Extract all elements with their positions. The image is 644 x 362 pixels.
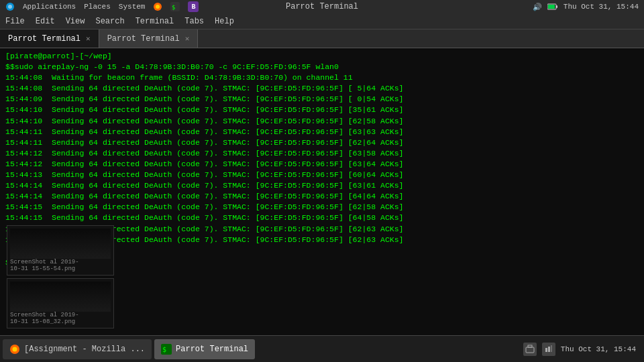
svg-point-3 — [156, 5, 160, 9]
output-line: 15:44:15 Sending 64 directed DeAuth (cod… — [5, 213, 639, 223]
svg-rect-14 — [528, 345, 532, 347]
command-text: $sudo aireplay-ng -0 15 -a D4:78:9B:3D:B… — [10, 62, 339, 71]
taskbar-tray-icon-2[interactable] — [542, 343, 555, 356]
output-line: 15:44:12 Sending 64 directed DeAuth (cod… — [5, 159, 639, 170]
tab-2[interactable]: Parrot Terminal ✕ — [99, 29, 199, 48]
system-menu[interactable]: System — [119, 3, 146, 11]
prompt-path-1: ~/wep — [84, 52, 107, 60]
prompt-bracket-path-close-1: ] — [107, 52, 112, 60]
thumbnail-area: ScreenShot al 2019-10-31 15-55-54.png Sc… — [7, 225, 114, 328]
menu-terminal[interactable]: Terminal — [136, 17, 174, 26]
dollar-sign-1: $ — [5, 62, 10, 71]
taskbar: [Assignment - Mozilla ... $ Parrot Termi… — [0, 335, 644, 362]
volume-icon[interactable]: 🔊 — [533, 3, 542, 11]
taskbar-datetime: Thu Oct 31, 15:44 — [561, 345, 636, 353]
svg-rect-17 — [551, 345, 552, 352]
svg-rect-8 — [548, 5, 555, 9]
applications-menu[interactable]: Applications — [23, 3, 76, 11]
prompt-line-1: [pirate@parrot]-[~/wep] — [5, 51, 639, 62]
menu-edit[interactable]: Edit — [36, 17, 55, 26]
output-line: 15:44:13 Sending 64 directed DeAuth (cod… — [5, 170, 639, 180]
thumbnail-1: ScreenShot al 2019-10-31 15-55-54.png — [7, 225, 114, 276]
top-bar-left: Applications Places System $ B — [5, 1, 199, 12]
terminal-taskbar-icon: $ — [161, 344, 172, 355]
firefox-icon[interactable] — [153, 2, 162, 11]
svg-text:$: $ — [162, 346, 166, 353]
svg-rect-16 — [548, 347, 550, 352]
svg-point-1 — [8, 5, 12, 9]
menu-file[interactable]: File — [5, 17, 25, 26]
taskbar-right: Thu Oct 31, 15:44 — [523, 343, 641, 356]
output-line: 15:44:14 Sending 64 directed DeAuth (cod… — [5, 191, 639, 202]
menu-tabs[interactable]: Tabs — [184, 17, 204, 26]
taskbar-firefox[interactable]: [Assignment - Mozilla ... — [3, 339, 152, 359]
tab-2-label: Parrot Terminal — [107, 34, 180, 44]
output-lines: 15:44:08 Waiting for beacon frame (BSSID… — [5, 72, 639, 245]
taskbar-terminal-label: Parrot Terminal — [176, 345, 248, 354]
taskbar-terminal[interactable]: $ Parrot Terminal — [154, 339, 255, 359]
thumbnail-2-label: ScreenShot al 2019-10-31 15-08_32.png — [10, 312, 111, 325]
output-line: 15:44:14 Sending 64 directed DeAuth (cod… — [5, 180, 639, 191]
svg-rect-7 — [556, 5, 557, 8]
tab-1[interactable]: Parrot Terminal ✕ — [0, 29, 99, 48]
output-line: 15:44:11 Sending 64 directed DeAuth (cod… — [5, 127, 639, 137]
firefox-taskbar-icon — [9, 344, 20, 355]
taskbar-tray-icon-1[interactable] — [523, 343, 537, 356]
b-icon[interactable]: B — [188, 1, 199, 12]
prompt-bracket-close-1: ] — [70, 52, 75, 60]
thumbnail-1-label: ScreenShot al 2019-10-31 15-55-54.png — [10, 259, 111, 272]
terminal-window: File Edit View Search Terminal Tabs Help… — [0, 13, 644, 335]
output-line: 15:44:10 Sending 64 directed DeAuth (cod… — [5, 105, 639, 115]
output-line: 15:44:12 Sending 64 directed DeAuth (cod… — [5, 148, 639, 159]
svg-rect-13 — [526, 347, 534, 353]
taskbar-firefox-label: [Assignment - Mozilla ... — [24, 345, 145, 354]
output-line: 15:44:11 Sending 64 directed DeAuth (cod… — [5, 137, 639, 148]
terminal-icon-topbar[interactable]: $ — [170, 2, 180, 11]
menu-search[interactable]: Search — [95, 17, 124, 26]
battery-icon — [547, 3, 558, 10]
output-line: 15:44:09 Sending 64 directed DeAuth (cod… — [5, 94, 639, 105]
window-title-center: Parrot Terminal — [286, 2, 358, 11]
output-line: 15:44:08 Sending 64 directed DeAuth (cod… — [5, 83, 639, 94]
thumbnail-2: ScreenShot al 2019-10-31 15-08_32.png — [7, 278, 114, 328]
svg-text:$: $ — [172, 4, 175, 11]
menu-help[interactable]: Help — [215, 17, 234, 26]
tab-bar: Parrot Terminal ✕ Parrot Terminal ✕ — [0, 29, 644, 48]
top-bar-right: 🔊 Thu Oct 31, 15:44 — [533, 3, 639, 11]
prompt-user-1: pirate@parrot — [10, 52, 70, 60]
svg-point-10 — [13, 347, 17, 351]
command-line: $$sudo aireplay-ng -0 15 -a D4:78:9B:3D:… — [5, 62, 639, 72]
output-line: 15:44:15 Sending 64 directed DeAuth (cod… — [5, 202, 639, 213]
output-line: 15:44:10 Sending 64 directed DeAuth (cod… — [5, 116, 639, 127]
svg-rect-15 — [545, 348, 547, 352]
terminal-menubar: File Edit View Search Terminal Tabs Help — [0, 13, 644, 29]
menu-view[interactable]: View — [66, 17, 85, 26]
parrot-logo-icon[interactable] — [5, 2, 15, 11]
tab-1-close[interactable]: ✕ — [86, 34, 91, 43]
tab-1-label: Parrot Terminal — [8, 34, 80, 44]
datetime-display: Thu Oct 31, 15:44 — [564, 3, 639, 11]
places-menu[interactable]: Places — [84, 3, 111, 11]
output-line: 15:44:08 Waiting for beacon frame (BSSID… — [5, 72, 639, 83]
tab-2-close[interactable]: ✕ — [185, 34, 190, 43]
prompt-bracket-open-1: [ — [5, 52, 10, 60]
top-system-bar: Applications Places System $ B Parrot Te… — [0, 0, 644, 13]
desktop: File Edit View Search Terminal Tabs Help… — [0, 13, 644, 335]
